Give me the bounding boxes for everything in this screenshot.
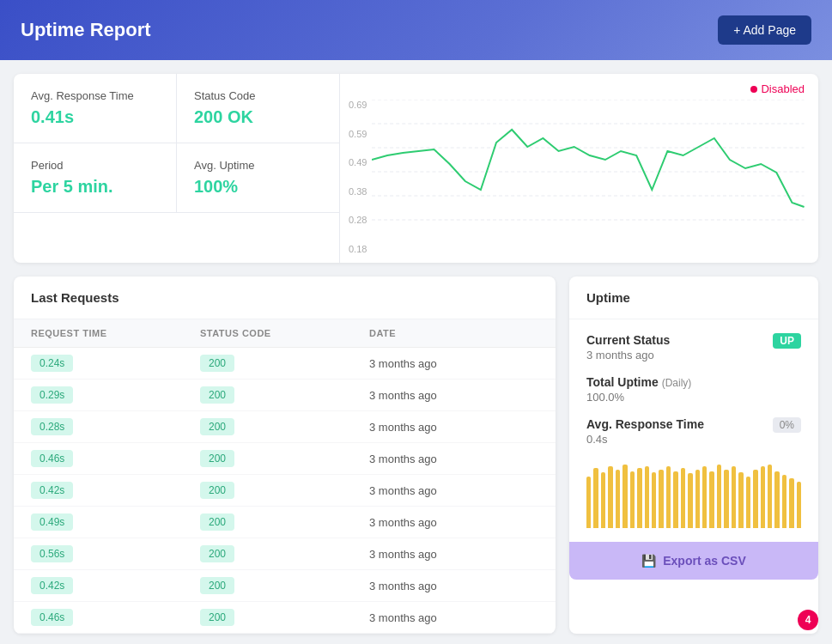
request-time-badge: 0.56s — [31, 545, 73, 562]
requests-table-header: REQUEST TIME STATUS CODE DATE — [14, 319, 556, 348]
table-row: 0.24s 200 3 months ago — [14, 348, 556, 380]
request-time-badge: 0.42s — [31, 577, 73, 594]
uptime-bar — [616, 470, 620, 528]
uptime-bar — [717, 465, 721, 528]
uptime-bar — [666, 466, 671, 528]
y-label-2: 0.59 — [349, 129, 367, 139]
top-section: Avg. Response Time 0.41s Status Code 200… — [14, 74, 818, 263]
bar-chart-area — [586, 459, 801, 528]
stat-row-top: Avg. Response Time 0.41s Status Code 200… — [14, 74, 339, 143]
requests-table-body: 0.24s 200 3 months ago 0.29s 200 3 month… — [14, 348, 556, 634]
request-time-badge: 0.46s — [31, 609, 73, 626]
uptime-bar — [753, 470, 757, 528]
avg-response-label: Avg. Response Time — [31, 89, 159, 102]
request-time-badge: 0.28s — [31, 418, 73, 435]
add-page-button[interactable]: + Add Page — [718, 15, 811, 45]
requests-panel: Last Requests REQUEST TIME STATUS CODE D… — [14, 276, 556, 634]
period-label: Period — [31, 159, 159, 172]
page-title: Uptime Report — [21, 19, 151, 41]
request-time-badge: 0.49s — [31, 513, 73, 531]
notification-badge: 4 — [798, 610, 818, 630]
avg-response-value: 0.41s — [31, 107, 159, 127]
export-label: Export as CSV — [663, 554, 745, 568]
current-status-label: Current Status — [586, 333, 801, 347]
request-time-badge: 0.42s — [31, 482, 73, 499]
uptime-bar — [645, 466, 649, 528]
col-request-time: REQUEST TIME — [31, 328, 200, 338]
uptime-bar — [709, 471, 714, 528]
status-code-badge: 200 — [200, 545, 234, 562]
stats-panel: Avg. Response Time 0.41s Status Code 200… — [14, 74, 340, 263]
table-row: 0.29s 200 3 months ago — [14, 380, 556, 411]
date-cell: 3 months ago — [369, 548, 538, 561]
uptime-bar — [724, 470, 728, 528]
status-code-badge: 200 — [200, 450, 234, 467]
table-row: 0.46s 200 3 months ago — [14, 602, 556, 634]
uptime-bar — [768, 465, 772, 528]
period-cell: Period Per 5 min. — [14, 143, 177, 212]
uptime-bar — [622, 465, 627, 528]
date-cell: 3 months ago — [369, 389, 538, 402]
current-status-row: Current Status 3 months ago UP — [586, 333, 801, 361]
uptime-panel-header: Uptime — [569, 276, 818, 319]
uptime-bar — [630, 471, 635, 528]
stat-row-bottom: Period Per 5 min. Avg. Uptime 100% — [14, 143, 339, 213]
date-cell: 3 months ago — [369, 421, 538, 434]
status-code-badge: 200 — [200, 482, 234, 499]
total-uptime-value: 100.0% — [586, 391, 801, 404]
status-code-cell: Status Code 200 OK — [177, 74, 339, 143]
uptime-bar — [732, 466, 736, 528]
avg-uptime-value: 100% — [194, 177, 322, 197]
avg-response-cell: Avg. Response Time 0.41s — [14, 74, 177, 143]
export-icon: 💾 — [641, 554, 656, 568]
line-chart-area: Disabled 0.69 0.59 0.49 0.38 0.28 0.18 — [340, 74, 818, 263]
uptime-bar — [688, 473, 692, 528]
request-time-badge: 0.46s — [31, 450, 73, 467]
avg-response-time-value: 0.4s — [586, 433, 801, 446]
status-code-badge: 200 — [200, 386, 234, 404]
table-row: 0.46s 200 3 months ago — [14, 443, 556, 475]
uptime-bar — [681, 468, 685, 528]
table-row: 0.42s 200 3 months ago — [14, 475, 556, 507]
uptime-bar — [789, 478, 793, 528]
request-time-badge: 0.29s — [31, 386, 73, 404]
export-csv-button[interactable]: 💾 Export as CSV — [569, 542, 818, 580]
date-cell: 3 months ago — [369, 357, 538, 370]
avg-response-row: Avg. Response Time 0.4s 0% — [586, 417, 801, 446]
total-uptime-label: Total Uptime (Daily) — [586, 375, 801, 389]
uptime-bar — [761, 466, 765, 528]
y-label-3: 0.49 — [349, 157, 367, 167]
up-badge: UP — [773, 333, 801, 349]
y-label-4: 0.38 — [349, 186, 367, 197]
current-status-sub: 3 months ago — [586, 349, 801, 361]
uptime-bar — [673, 471, 677, 528]
line-chart-svg — [372, 100, 805, 246]
uptime-bar — [608, 466, 612, 528]
request-time-badge: 0.24s — [31, 355, 73, 372]
status-code-badge: 200 — [200, 355, 234, 372]
uptime-bar — [659, 470, 663, 528]
table-row: 0.56s 200 3 months ago — [14, 538, 556, 570]
uptime-panel: Uptime Current Status 3 months ago UP To… — [569, 276, 818, 634]
uptime-bar — [774, 471, 779, 528]
bottom-section: Last Requests REQUEST TIME STATUS CODE D… — [14, 276, 818, 634]
status-code-badge: 200 — [200, 577, 234, 594]
date-cell: 3 months ago — [369, 484, 538, 497]
avg-uptime-cell: Avg. Uptime 100% — [177, 143, 339, 212]
uptime-bar — [782, 475, 786, 528]
requests-panel-header: Last Requests — [14, 276, 556, 319]
status-code-badge: 200 — [200, 513, 234, 531]
avg-uptime-label: Avg. Uptime — [194, 159, 322, 172]
uptime-bar — [601, 472, 605, 528]
col-date: DATE — [369, 328, 538, 338]
table-row: 0.42s 200 3 months ago — [14, 570, 556, 602]
date-cell: 3 months ago — [369, 580, 538, 592]
percent-badge: 0% — [773, 417, 801, 433]
uptime-bar — [797, 482, 801, 528]
uptime-bar — [593, 468, 598, 528]
uptime-bar — [702, 466, 707, 528]
status-code-label: Status Code — [194, 89, 322, 102]
uptime-bar — [586, 477, 591, 528]
disabled-badge: Disabled — [750, 82, 805, 95]
uptime-bar — [695, 470, 700, 528]
